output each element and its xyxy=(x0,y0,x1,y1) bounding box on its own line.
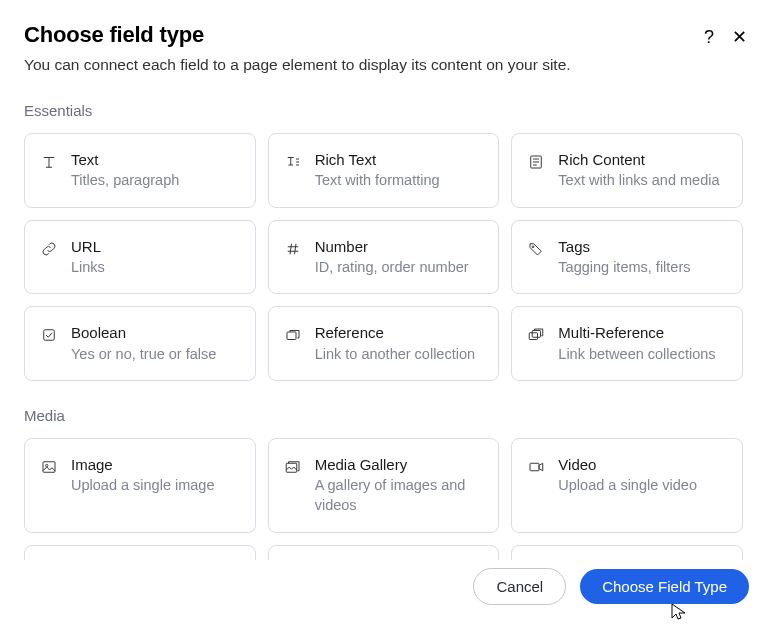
svg-rect-3 xyxy=(287,332,296,340)
card-title: Boolean xyxy=(71,323,216,343)
close-icon[interactable]: ✕ xyxy=(732,26,747,48)
card-desc: Yes or no, true or false xyxy=(71,345,216,365)
svg-rect-9 xyxy=(530,463,539,471)
field-type-rich-text[interactable]: Rich Text Text with formatting xyxy=(268,133,500,208)
help-icon[interactable]: ? xyxy=(704,27,714,48)
field-type-number[interactable]: Number ID, rating, order number xyxy=(268,220,500,295)
page-title: Choose field type xyxy=(24,22,571,48)
card-desc: Tagging items, filters xyxy=(558,258,690,278)
field-type-url[interactable]: URL Links xyxy=(24,220,256,295)
card-desc: Titles, paragraph xyxy=(71,171,179,191)
section-heading-essentials: Essentials xyxy=(24,102,743,119)
card-title: Image xyxy=(71,455,214,475)
section-heading-media: Media xyxy=(24,407,743,424)
video-icon xyxy=(526,457,546,477)
field-type-document[interactable]: Document Add files to a collection xyxy=(268,545,500,561)
page-subtitle: You can connect each field to a page ele… xyxy=(24,54,571,76)
svg-rect-2 xyxy=(44,330,55,341)
tags-icon xyxy=(526,239,546,259)
card-title: Tags xyxy=(558,237,690,257)
field-type-tags[interactable]: Tags Tagging items, filters xyxy=(511,220,743,295)
media-gallery-icon xyxy=(283,457,303,477)
field-type-media-gallery[interactable]: Media Gallery A gallery of images and vi… xyxy=(268,438,500,532)
card-title: Media Gallery xyxy=(315,455,485,475)
field-type-multi-reference[interactable]: Multi-Reference Link between collections xyxy=(511,306,743,381)
image-icon xyxy=(39,457,59,477)
rich-content-icon xyxy=(526,152,546,172)
rich-text-icon xyxy=(283,152,303,172)
card-title: Video xyxy=(558,455,697,475)
cancel-button[interactable]: Cancel xyxy=(473,568,566,605)
card-title: Number xyxy=(315,237,469,257)
card-desc: Text with formatting xyxy=(315,171,440,191)
number-icon xyxy=(283,239,303,259)
boolean-icon xyxy=(39,325,59,345)
card-title: Rich Content xyxy=(558,150,719,170)
field-type-image[interactable]: Image Upload a single image xyxy=(24,438,256,532)
field-type-audio[interactable]: Audio Upload a audio file xyxy=(24,545,256,561)
field-type-multiple-documents[interactable]: Multiple documents Let site site visitor… xyxy=(511,545,743,561)
field-type-rich-content[interactable]: Rich Content Text with links and media xyxy=(511,133,743,208)
svg-point-7 xyxy=(46,465,48,467)
field-type-reference[interactable]: Reference Link to another collection xyxy=(268,306,500,381)
svg-rect-4 xyxy=(530,333,538,340)
card-desc: Text with links and media xyxy=(558,171,719,191)
svg-rect-6 xyxy=(43,462,55,473)
reference-icon xyxy=(283,325,303,345)
field-type-scroll[interactable]: Essentials Text Titles, paragraph Rich T… xyxy=(24,96,749,560)
svg-rect-5 xyxy=(533,331,541,338)
card-title: Multi-Reference xyxy=(558,323,715,343)
card-desc: Upload a single image xyxy=(71,476,214,496)
svg-point-1 xyxy=(532,245,534,247)
card-title: Reference xyxy=(315,323,475,343)
url-icon xyxy=(39,239,59,259)
text-icon xyxy=(39,152,59,172)
card-desc: Link to another collection xyxy=(315,345,475,365)
card-desc: A gallery of images and videos xyxy=(315,476,485,515)
dialog-footer: Cancel Choose Field Type xyxy=(0,560,773,630)
field-type-video[interactable]: Video Upload a single video xyxy=(511,438,743,532)
card-desc: Upload a single video xyxy=(558,476,697,496)
card-title: URL xyxy=(71,237,105,257)
card-title: Rich Text xyxy=(315,150,440,170)
card-desc: ID, rating, order number xyxy=(315,258,469,278)
choose-field-type-button[interactable]: Choose Field Type xyxy=(580,569,749,604)
field-type-text[interactable]: Text Titles, paragraph xyxy=(24,133,256,208)
card-desc: Links xyxy=(71,258,105,278)
card-title: Text xyxy=(71,150,179,170)
multi-reference-icon xyxy=(526,325,546,345)
card-desc: Link between collections xyxy=(558,345,715,365)
field-type-boolean[interactable]: Boolean Yes or no, true or false xyxy=(24,306,256,381)
